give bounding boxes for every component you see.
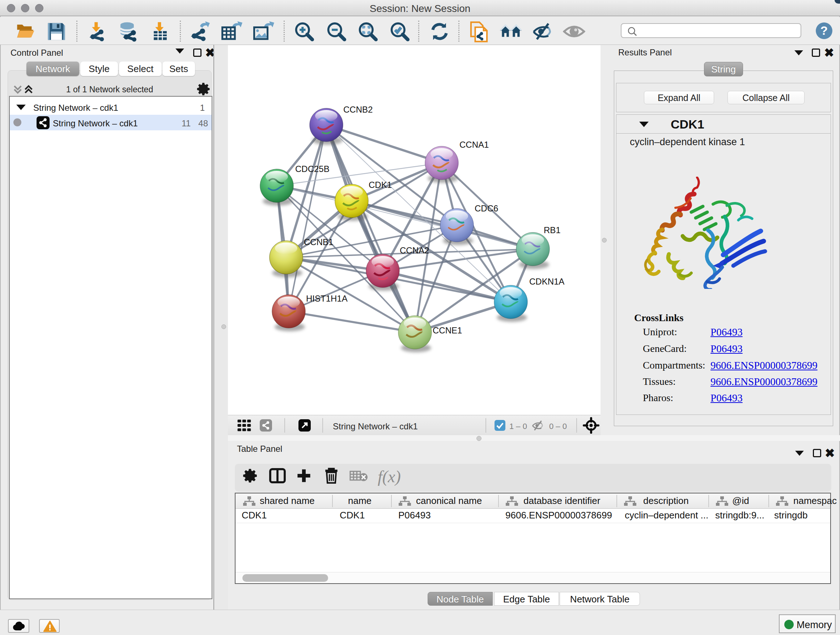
svg-text:CCNE1: CCNE1 (433, 325, 462, 335)
svg-text:CDC25B: CDC25B (295, 164, 330, 174)
svg-text:CDKN1A: CDKN1A (529, 277, 564, 287)
svg-text:CCNA2: CCNA2 (400, 245, 429, 255)
svg-text:HIST1H1A: HIST1H1A (306, 294, 347, 303)
svg-text:CDK1: CDK1 (369, 180, 392, 190)
svg-text:CCNB2: CCNB2 (343, 105, 373, 114)
svg-text:CCNA1: CCNA1 (459, 140, 489, 149)
svg-text:CDC6: CDC6 (475, 203, 498, 213)
svg-text:?: ? (821, 24, 828, 37)
svg-text:CCNB1: CCNB1 (304, 237, 333, 247)
svg-text:RB1: RB1 (544, 225, 561, 235)
